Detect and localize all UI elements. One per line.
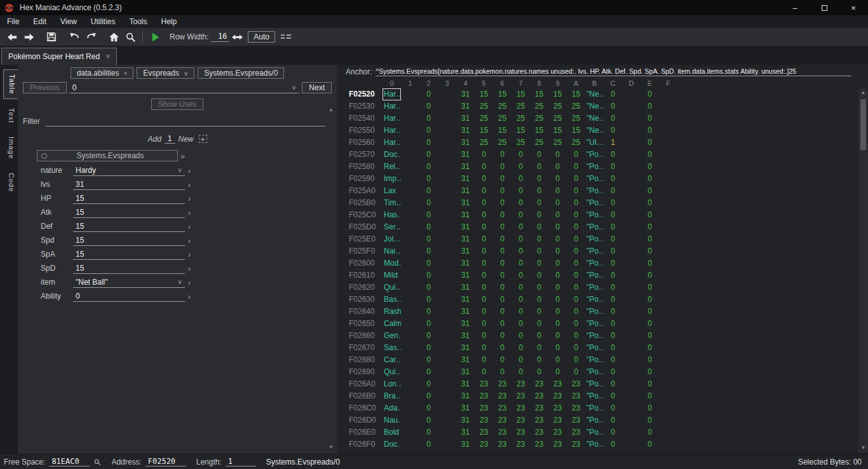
hex-cell[interactable]: 0 xyxy=(512,185,530,197)
hex-cell[interactable]: 0 xyxy=(530,366,548,378)
hex-cell[interactable]: 0 xyxy=(548,185,567,197)
hex-cell[interactable]: 0 xyxy=(641,390,659,402)
radio-toggle[interactable] xyxy=(41,153,47,159)
hex-cell[interactable]: 0 xyxy=(419,173,438,185)
hex-cell[interactable]: 0 xyxy=(419,330,438,342)
hex-cell[interactable]: 23 xyxy=(530,426,548,438)
hex-cell[interactable]: 0 xyxy=(604,149,622,161)
hex-cell[interactable] xyxy=(622,125,641,137)
hex-cell[interactable] xyxy=(659,112,677,125)
hex-cell[interactable]: 23 xyxy=(493,438,512,451)
hex-cell[interactable]: 0 xyxy=(493,173,512,185)
hex-cell[interactable]: 25 xyxy=(548,137,567,149)
goto-arrow-icon[interactable]: » xyxy=(180,152,185,160)
goto-arrow-icon[interactable]: › xyxy=(188,278,191,287)
hex-cell[interactable] xyxy=(401,378,419,390)
hex-cell[interactable]: 0 xyxy=(548,257,567,269)
hex-cell[interactable]: 0 xyxy=(493,197,512,209)
close-button[interactable]: × xyxy=(839,0,868,15)
hex-cell[interactable]: 0 xyxy=(419,197,438,209)
hex-cell[interactable]: 0 xyxy=(475,197,493,209)
hex-cell[interactable] xyxy=(622,294,641,306)
hex-cell[interactable]: 31 xyxy=(456,209,475,221)
hex-cell[interactable]: 31 xyxy=(456,185,475,197)
hex-cell[interactable]: Tim… xyxy=(383,197,401,209)
hex-cell[interactable]: 0 xyxy=(512,173,530,185)
hex-cell[interactable] xyxy=(622,342,641,354)
hex-cell[interactable] xyxy=(401,318,419,330)
hex-cell[interactable]: 0 xyxy=(512,294,530,306)
hex-cell[interactable]: "Po… xyxy=(585,402,604,414)
hex-cell[interactable] xyxy=(401,438,419,451)
hex-cell[interactable] xyxy=(622,306,641,318)
hex-cell[interactable]: "Ne… xyxy=(585,125,604,137)
hex-cell[interactable]: 31 xyxy=(456,354,475,366)
hex-cell[interactable]: 0 xyxy=(419,88,438,100)
hex-cell[interactable]: 0 xyxy=(548,366,567,378)
field-spd-input[interactable]: 15 xyxy=(73,263,185,274)
hex-cell[interactable]: 0 xyxy=(419,245,438,257)
hex-cell[interactable]: 31 xyxy=(456,414,475,426)
hex-cell[interactable]: "Po… xyxy=(585,318,604,330)
hex-cell[interactable]: 0 xyxy=(604,294,622,306)
hex-cell[interactable] xyxy=(659,282,677,294)
previous-button[interactable]: Previous xyxy=(23,82,67,93)
hex-cell[interactable]: 0 xyxy=(548,173,567,185)
hex-cell[interactable] xyxy=(401,100,419,112)
dropdown-arrow-icon[interactable]: ∨ xyxy=(177,278,182,285)
hex-cell[interactable] xyxy=(401,88,419,100)
add-new-button[interactable]: Add 1 New + xyxy=(18,134,337,144)
hex-cell[interactable]: 31 xyxy=(456,257,475,269)
hex-cell[interactable]: 0 xyxy=(548,306,567,318)
hex-cell[interactable]: 0 xyxy=(604,209,622,221)
hex-cell[interactable]: 0 xyxy=(419,137,438,149)
hex-cell[interactable]: 0 xyxy=(419,161,438,173)
hex-cell[interactable]: Ada… xyxy=(383,402,401,414)
hex-cell[interactable] xyxy=(622,149,641,161)
hex-cell[interactable]: 0 xyxy=(512,269,530,282)
breadcrumb-chip[interactable]: Evspreads∨ xyxy=(137,67,194,79)
hex-cell[interactable]: Ser… xyxy=(383,221,401,233)
hex-cell[interactable] xyxy=(438,342,456,354)
hex-cell[interactable]: 0 xyxy=(512,354,530,366)
hex-cell[interactable]: "Po… xyxy=(585,342,604,354)
hex-cell[interactable]: 0 xyxy=(475,342,493,354)
hex-cell[interactable] xyxy=(659,342,677,354)
hex-cell[interactable]: 0 xyxy=(512,318,530,330)
hex-cell[interactable]: 0 xyxy=(493,149,512,161)
hex-cell[interactable]: 0 xyxy=(548,233,567,245)
scroll-down-icon[interactable]: ▼ xyxy=(329,444,334,450)
hex-cell[interactable] xyxy=(438,390,456,402)
goto-arrow-icon[interactable]: › xyxy=(188,180,191,189)
hex-cell[interactable]: 0 xyxy=(548,149,567,161)
hex-cell[interactable]: Rash xyxy=(383,306,401,318)
side-tab-table[interactable]: Table xyxy=(3,69,18,99)
hex-cell[interactable]: 0 xyxy=(419,342,438,354)
hex-cell[interactable] xyxy=(438,173,456,185)
hex-cell[interactable] xyxy=(622,161,641,173)
hex-cell[interactable] xyxy=(438,306,456,318)
hex-cell[interactable] xyxy=(401,149,419,161)
hex-cell[interactable]: 31 xyxy=(456,100,475,112)
hex-cell[interactable]: 0 xyxy=(567,269,585,282)
hex-cell[interactable]: 0 xyxy=(493,161,512,173)
hex-cell[interactable]: 0 xyxy=(493,233,512,245)
hex-cell[interactable]: "Ul… xyxy=(585,137,604,149)
hex-cell[interactable]: "Po… xyxy=(585,438,604,451)
hex-cell[interactable] xyxy=(659,354,677,366)
hex-cell[interactable]: 0 xyxy=(419,294,438,306)
tab-close-icon[interactable]: × xyxy=(105,52,110,61)
hex-cell[interactable]: 0 xyxy=(530,221,548,233)
hex-cell[interactable] xyxy=(401,330,419,342)
hex-cell[interactable]: "Po… xyxy=(585,185,604,197)
hex-cell[interactable] xyxy=(438,318,456,330)
hex-cell[interactable]: 0 xyxy=(493,366,512,378)
hex-cell[interactable]: 25 xyxy=(512,100,530,112)
hex-cell[interactable]: "Po… xyxy=(585,197,604,209)
hex-cell[interactable]: 0 xyxy=(419,257,438,269)
hex-cell[interactable] xyxy=(438,197,456,209)
hex-cell[interactable]: 0 xyxy=(419,402,438,414)
hex-cell[interactable]: 23 xyxy=(530,438,548,451)
hex-cell[interactable]: 23 xyxy=(530,402,548,414)
forward-button[interactable] xyxy=(20,30,37,44)
